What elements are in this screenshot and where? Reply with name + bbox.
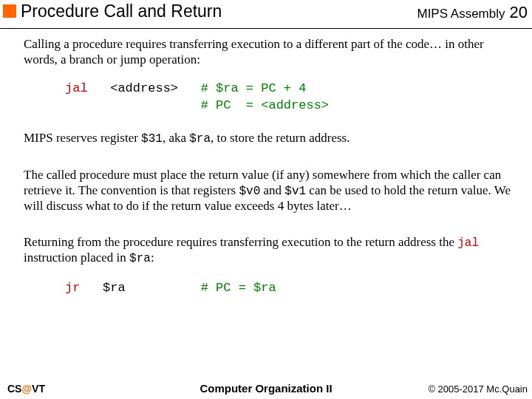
course-label: MIPS Assembly <box>417 7 505 21</box>
operand-address: <address> <box>110 81 178 95</box>
operand-ra: $ra <box>103 281 126 295</box>
inline-ra: $ra <box>129 252 151 265</box>
slide: Procedure Call and Return MIPS Assembly2… <box>0 0 532 399</box>
comment-ra: # $ra = PC + 4 <box>201 81 307 95</box>
reg-v0: $v0 <box>239 185 260 198</box>
text: instruction placed in <box>24 250 129 265</box>
reg-31: $31 <box>141 132 163 146</box>
header-right: MIPS Assembly20 <box>417 3 528 22</box>
footer-right: © 2005-2017 Mc.Quain <box>428 383 528 395</box>
mnemonic-jal: jal <box>65 81 88 95</box>
slide-body: Calling a procedure requires transferrin… <box>24 37 517 313</box>
text: MIPS reserves register <box>24 131 141 145</box>
inline-jal: jal <box>457 236 479 250</box>
slide-title: Procedure Call and Return <box>21 1 222 21</box>
mnemonic-jr: jr <box>65 281 80 295</box>
text: and <box>260 183 284 197</box>
code-jal: jal <address> # $ra = PC + 4 # PC = <add… <box>65 81 517 115</box>
text: : <box>151 250 154 265</box>
comment-jr: # PC = $ra <box>201 281 276 295</box>
reg-v1: $v1 <box>284 185 306 198</box>
paragraph-return-value: The called procedure must place the retu… <box>24 168 517 214</box>
header-bullet-icon <box>3 4 16 18</box>
slide-header: Procedure Call and Return MIPS Assembly2… <box>0 0 532 29</box>
paragraph-return: Returning from the procedure requires tr… <box>24 235 517 267</box>
slide-footer: CS@VT Computer Organization II © 2005-20… <box>0 378 532 395</box>
text: , to store the return address. <box>211 131 349 145</box>
reg-ra: $ra <box>189 132 211 146</box>
text: Returning from the procedure requires tr… <box>24 235 457 249</box>
slide-number: 20 <box>510 3 528 21</box>
comment-pc: # PC = <address> <box>201 98 329 112</box>
paragraph-intro: Calling a procedure requires transferrin… <box>24 37 517 67</box>
code-jr: jr $ra # PC = $ra <box>65 280 517 297</box>
text: , aka <box>163 131 189 145</box>
paragraph-reserve: MIPS reserves register $31, aka $ra, to … <box>24 131 517 147</box>
